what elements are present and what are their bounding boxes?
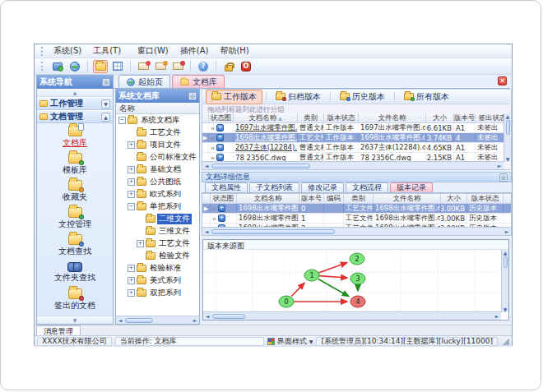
folder-open-icon[interactable]	[93, 60, 108, 73]
graph-vscrollbar[interactable]: ▲▼	[501, 250, 508, 312]
tree-node-二维文件[interactable]: 二维文件	[116, 213, 199, 225]
column-header-签出状态[interactable]: 签出状态	[476, 113, 504, 122]
column-header-文件名称[interactable]: 文件名称	[359, 113, 426, 122]
tree-node-公共图纸[interactable]: +公共图纸	[116, 176, 199, 188]
tree-node-欧式系列[interactable]: +欧式系列	[116, 188, 199, 201]
column-header-大小[interactable]: 大小	[426, 113, 454, 122]
column-header-文件名称[interactable]: 文件名称	[374, 194, 441, 203]
chevron-down-icon[interactable]: ▼	[101, 99, 110, 108]
graph-node-4[interactable]: 4	[350, 296, 365, 307]
pin-icon[interactable]: ◎	[188, 92, 197, 100]
column-header-编码[interactable]: 编码	[324, 194, 344, 203]
tab-message-management[interactable]: 消息管理	[36, 325, 81, 335]
column-header-文档名称[interactable]: 文档名称	[237, 194, 299, 203]
sidebar-item-签出的文档[interactable]: 签出的文档	[37, 286, 113, 313]
tree-node-单把系列[interactable]: −单把系列	[116, 201, 199, 213]
expand-icon[interactable]: +	[128, 277, 135, 284]
graph-node-3[interactable]: 3	[350, 273, 365, 284]
tree-node-工艺文件[interactable]: +工艺文件	[116, 238, 199, 250]
工作版本-button[interactable]: 工作版本	[206, 90, 262, 104]
table-row[interactable]: w+1698出水嘴零件图.dwg1工艺文件1698出水嘴零件图.dwg73.00…	[202, 214, 511, 224]
column-header-类别[interactable]: 类别	[344, 194, 374, 203]
column-header-状态图[interactable]: 状态图	[209, 113, 234, 122]
expand-icon[interactable]: +	[137, 240, 144, 247]
column-header-版本号[interactable]: 版本号	[454, 113, 476, 122]
column-header-版本状态[interactable]: 版本状态	[467, 194, 504, 203]
table-row[interactable]: ▶w+1698出水嘴零件图.dwg0工艺文件1698出水嘴零件图.dwg73.0…	[202, 204, 511, 214]
graph-hscrollbar[interactable]: ◄►	[203, 311, 501, 320]
graph-node-0[interactable]: 0	[279, 296, 294, 307]
sidebar-item-收藏夹[interactable]: 收藏夹	[37, 178, 113, 205]
tree-node-工艺文件[interactable]: 工艺文件	[116, 127, 199, 139]
table-vscrollbar[interactable]: ▲▼	[504, 113, 511, 162]
column-header-大小[interactable]: 大小	[441, 194, 467, 203]
chevron-up-icon[interactable]: ▲	[101, 113, 110, 122]
version-graph[interactable]: 0 1 2 3 4	[203, 250, 499, 312]
expand-icon[interactable]: +	[128, 141, 135, 149]
table-row[interactable]: w+2637主体(12284).dwg普通文档工作版本2637主体(12284)…	[202, 143, 504, 153]
table-row[interactable]: w+1697出水嘴零件图.dwg普通文档工作版本1697出水嘴零件图.dwg96…	[202, 123, 504, 133]
expand-icon[interactable]: +	[128, 265, 135, 272]
pin-icon[interactable]: ◎	[499, 173, 508, 182]
collapse-icon[interactable]: −	[128, 203, 135, 210]
menu-item[interactable]: 系统(S)	[48, 45, 87, 56]
tree-node-三维文件[interactable]: 三维文件	[116, 225, 199, 238]
ui-style-selector[interactable]: 界面样式 ▼	[267, 336, 313, 347]
column-header-文档名称[interactable]: 文档名称▲	[234, 113, 298, 122]
graph-node-1[interactable]: 1	[304, 270, 319, 281]
pin-icon[interactable]: ◎	[102, 78, 110, 86]
column-header-版本号[interactable]: 版本号	[299, 194, 324, 203]
nav-scroll-down[interactable]: ▼	[37, 316, 113, 324]
tree-node-检验文件[interactable]: 检验文件	[116, 250, 199, 262]
display-icon[interactable]	[50, 60, 65, 73]
所有版本-button[interactable]: 所有版本	[398, 90, 455, 104]
table-hscrollbar[interactable]: ◄►	[202, 161, 504, 169]
expand-icon[interactable]: +	[128, 289, 135, 297]
column-header-indicator[interactable]	[202, 113, 209, 122]
detail-tab-文档属性[interactable]: 文档属性	[205, 182, 248, 192]
document-link[interactable]: 2637主体(12284).dwg	[234, 143, 298, 152]
tree-hscrollbar[interactable]: ◄►	[116, 316, 199, 324]
detail-tab-文档流程[interactable]: 文档流程	[346, 182, 388, 192]
help-icon[interactable]: ?	[196, 60, 211, 73]
detail-tab-修改记录[interactable]: 修改记录	[301, 182, 344, 192]
graph-node-2[interactable]: 2	[350, 253, 364, 265]
tree-node-检验标准[interactable]: +检验标准	[116, 262, 199, 274]
nav-scroll-up[interactable]: ▲	[37, 89, 113, 97]
sidebar-item-文控管理[interactable]: 文控管理	[37, 205, 113, 232]
column-header-版本状态[interactable]: 版本状态	[324, 113, 359, 122]
sidebar-item-文档查找[interactable]: 文档查找	[37, 232, 113, 259]
grid-icon[interactable]	[110, 60, 125, 73]
resize-grip[interactable]	[503, 339, 509, 345]
tree-column-header[interactable]: 名称	[116, 103, 199, 114]
mail-new-icon[interactable]	[136, 60, 151, 73]
column-header-类别[interactable]: 类别	[298, 113, 324, 122]
document-link[interactable]: 1697出水嘴零件图.dwg	[234, 123, 298, 132]
sidebar-group-collapsed[interactable]: 工作管理▼	[37, 97, 113, 110]
menu-item[interactable]: 工具(T)	[87, 45, 127, 56]
mail-send-icon[interactable]	[153, 60, 168, 73]
tree-node-双把系列[interactable]: +双把系列	[116, 287, 199, 299]
exit-icon[interactable]: O	[239, 60, 253, 73]
expand-icon[interactable]: +	[128, 178, 135, 186]
menu-item[interactable]: 插件(A)	[174, 45, 215, 56]
document-link[interactable]: 1698出水嘴零件图.dwg	[234, 133, 298, 142]
table-row[interactable]: ▶w+1698出水嘴零件图.dwg工艺文件工作版本1698出水嘴零件图.dwg7…	[202, 133, 504, 143]
tree-node-公司标准文件[interactable]: 公司标准文件	[116, 151, 199, 164]
tab-起始页[interactable]: 起始页	[118, 75, 170, 88]
tree-node-基础文档[interactable]: +基础文档	[116, 164, 199, 176]
lock-icon[interactable]	[221, 60, 236, 73]
expand-icon[interactable]: +	[128, 166, 135, 173]
tab-文档库[interactable]: 文档库	[172, 75, 225, 88]
sidebar-item-文件夹查找[interactable]: 文件夹查找	[37, 259, 113, 286]
collapse-icon[interactable]: −	[118, 117, 126, 124]
menu-item[interactable]: 帮助(H)	[214, 45, 254, 56]
globe-icon[interactable]	[67, 60, 82, 73]
归档版本-button[interactable]: 归档版本	[270, 90, 327, 104]
detail-tab-子文档列表[interactable]: 子文档列表	[249, 182, 299, 192]
sidebar-group-expanded[interactable]: 文档管理▲	[37, 110, 113, 123]
sidebar-item-模板库[interactable]: 模板库	[37, 150, 113, 178]
tree-node-美式系列[interactable]: +美式系列	[116, 274, 199, 287]
column-header-状态图[interactable]: 状态图	[211, 194, 237, 203]
tree-node-项目文件[interactable]: +项目文件	[116, 139, 199, 151]
